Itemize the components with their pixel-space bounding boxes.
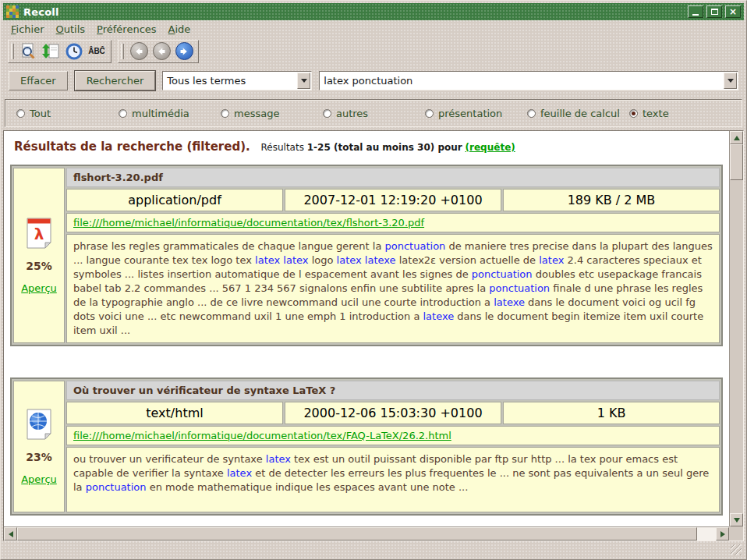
arrow-right-icon [720,531,725,537]
results-list: Résultats de la recherche (filtered). Ré… [4,131,729,526]
result-details: Où trouver un vérificateur de syntaxe La… [66,381,720,512]
filter-label: multimédia [132,108,189,119]
query-input[interactable] [320,74,724,87]
filter-feuille-de-calcul[interactable]: feuille de calcul [527,108,629,119]
result-side-panel: λ 25% Aperçu [13,168,65,343]
result-title: Où trouver un vérificateur de syntaxe La… [66,381,720,400]
first-page-icon [130,42,148,60]
result-url-row: file:///home/michael/informatique/docume… [66,213,720,232]
result-meta-row: application/pdf 2007-12-01 12:19:20 +010… [66,189,720,211]
menu-outils[interactable]: Outils [56,23,86,35]
search-mode-value: Tous les termes [163,75,297,87]
preview-link[interactable]: Aperçu [21,282,57,294]
first-page-button[interactable] [129,42,149,61]
result-item: 23% Aperçu Où trouver un vérificateur de… [10,377,723,516]
next-page-button[interactable] [174,42,194,61]
filter-label: message [234,108,279,119]
resize-grip[interactable] [731,544,742,555]
results-header: Résultats de la recherche (filtered). Ré… [4,131,729,154]
minimize-button[interactable] [688,5,703,18]
radio-icon [527,109,536,118]
chevron-down-icon[interactable] [297,73,310,89]
previous-page-button[interactable] [151,42,172,61]
result-item: λ 25% Aperçu flshort-3.20.pdf applicatio… [10,165,723,346]
toolbar-handle[interactable] [121,44,124,59]
search-mode-select[interactable]: Tous les termes [162,71,312,90]
result-snippet: ou trouver un verificateur de syntaxe la… [66,447,720,512]
filter-multimedia[interactable]: multimédia [119,108,221,119]
vertical-scrollbar-thumb[interactable] [730,144,743,180]
mime-type-cell: text/html [66,402,283,424]
scroll-right-button[interactable] [716,527,729,541]
document-preview-button[interactable] [19,42,39,61]
maximize-button[interactable] [706,5,722,18]
history-button[interactable] [64,42,84,61]
arrow-left-icon [9,531,13,537]
radio-icon [16,109,25,118]
close-icon: × [729,7,737,16]
toolbar-group-nav [118,40,199,63]
toolbar-handle[interactable] [11,44,14,59]
radio-icon [425,109,434,118]
radio-checked-icon [629,109,638,118]
filter-tout[interactable]: Tout [16,108,119,119]
menu-preferences[interactable]: Préférences [97,23,156,35]
result-meta-row: text/html 2000-12-06 15:03:30 +0100 1 KB [66,402,720,424]
window: Recoll × Fichier Outils Préférences Aide [0,0,747,560]
window-title: Recoll [23,6,59,18]
scroll-up-button[interactable] [730,131,743,144]
scrollbar-corner [729,526,743,541]
term-explorer-button[interactable]: ÂBĈ [87,42,107,61]
arrow-down-icon [734,518,740,523]
filter-texte[interactable]: texte [629,108,669,119]
query-link[interactable]: (requête) [466,142,515,153]
toolbar-group-tools: ÂBĈ [8,40,112,63]
category-filter-group: Tout multimédia message autres présentat… [5,99,742,127]
preview-link[interactable]: Aperçu [21,473,57,485]
vertical-scrollbar-trough[interactable] [730,180,743,513]
update-index-button[interactable] [41,42,62,61]
filter-label: Tout [30,108,51,119]
filter-label: autres [336,108,368,119]
result-url-row: file:///home/michael/informatique/docume… [66,426,720,445]
filter-autres[interactable]: autres [323,108,425,119]
relevance-percent: 25% [26,260,52,272]
clear-button[interactable]: Effacer [9,71,68,90]
search-button[interactable]: Rechercher [75,71,156,90]
history-clock-icon [65,42,83,61]
horizontal-scrollbar-thumb[interactable] [17,527,697,541]
result-url-link[interactable]: file:///home/michael/informatique/docume… [73,430,451,441]
scroll-down-button[interactable] [730,513,743,526]
results-count-range: 1-25 (total au moins 30) pour [307,142,462,153]
size-cell: 189 KB / 2 MB [503,189,720,211]
radio-icon [221,109,229,118]
menu-fichier[interactable]: Fichier [11,23,44,35]
filter-message[interactable]: message [221,108,323,119]
document-preview-icon [19,42,38,61]
minimize-icon [692,14,699,16]
result-title: flshort-3.20.pdf [66,168,720,187]
menu-aide[interactable]: Aide [168,23,191,35]
menu-bar: Fichier Outils Préférences Aide [3,20,744,38]
horizontal-scrollbar-trough[interactable] [697,527,716,541]
term-explorer-icon: ÂBĈ [88,47,105,55]
result-snippet: phrase les regles grammaticales de chaqu… [66,234,720,343]
status-bar [3,541,744,557]
scroll-left-button[interactable] [4,527,17,541]
radio-icon [119,109,127,118]
html-file-icon [25,408,53,441]
title-bar: Recoll × [3,3,744,20]
result-url-link[interactable]: file:///home/michael/informatique/docume… [73,217,424,229]
query-history-chevron-down-icon[interactable] [724,73,737,89]
pdf-file-icon: λ [25,217,53,250]
previous-page-icon [153,42,171,60]
svg-text:λ: λ [34,225,44,243]
filter-presentation[interactable]: présentation [425,108,527,119]
close-button[interactable]: × [725,5,741,18]
vertical-scrollbar[interactable] [729,131,743,526]
filter-label: texte [643,108,669,119]
horizontal-scrollbar[interactable] [4,526,729,541]
toolbar: ÂBĈ [3,38,744,64]
results-title: Résultats de la recherche (filtered). [14,140,250,154]
filter-label: feuille de calcul [540,108,620,119]
